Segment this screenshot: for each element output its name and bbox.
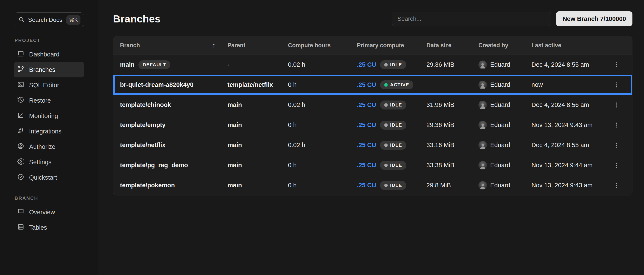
kebab-menu-icon [613,101,620,109]
column-header-primary-compute: Primary compute [357,42,426,49]
table-row[interactable]: template/chinook main 0.02 h .25 CU IDLE… [113,95,632,115]
primary-compute-cell: .25 CU ACTIVE [357,80,426,89]
compute-state-badge: IDLE [380,141,406,150]
row-menu-button[interactable] [611,80,622,90]
created-by-name: Eduard [490,61,510,68]
table-row[interactable]: br-quiet-dream-a820k4y0 template/netflix… [113,75,632,95]
overview-icon [17,208,24,217]
table-row[interactable]: template/empty main 0 h .25 CU IDLE 29.3… [113,115,632,135]
compute-units-link[interactable]: .25 CU [357,61,376,68]
branch-cell: template/chinook [120,101,228,108]
column-header-branch[interactable]: Branch ↑ [120,42,228,49]
row-menu-button[interactable] [611,60,622,70]
sidebar-item-sql-editor[interactable]: SQL Editor [14,77,84,93]
last-active-value: Dec 4, 2024 8:55 am [532,142,602,149]
dashboard-icon [17,50,24,59]
compute-state-badge: IDLE [380,161,406,170]
row-actions-cell [602,160,627,170]
compute-hours-value: 0 h [288,121,357,129]
table-row[interactable]: template/pg_rag_demo main 0 h .25 CU IDL… [113,155,632,175]
created-by-name: Eduard [490,182,510,189]
data-size-value: 33.38 MiB [426,162,478,169]
branch-search-input[interactable] [392,12,551,26]
last-active-value: Nov 13, 2024 9:44 am [532,162,602,169]
sidebar-item-monitoring[interactable]: Monitoring [14,108,84,124]
search-docs-button[interactable]: Search Docs ⌘K [14,12,84,27]
sidebar-item-authorize[interactable]: Authorize [14,139,84,154]
sidebar-item-dashboard[interactable]: Dashboard [14,47,84,62]
row-menu-button[interactable] [611,100,622,110]
row-menu-button[interactable] [611,180,622,191]
compute-state-badge: IDLE [380,181,406,190]
primary-compute-cell: .25 CU IDLE [357,181,426,190]
status-dot-icon [384,164,388,167]
compute-units-link[interactable]: .25 CU [357,81,376,88]
sidebar-item-label: Quickstart [29,174,57,181]
sidebar-item-label: Branches [29,66,56,73]
column-header-compute-hours: Compute hours [288,42,357,49]
sidebar-item-integrations[interactable]: Integrations [14,124,84,139]
branch-name: template/netflix [120,142,166,149]
sidebar-item-settings[interactable]: Settings [14,154,84,170]
status-dot-icon [384,143,388,147]
row-menu-button[interactable] [611,140,622,150]
sidebar-item-quickstart[interactable]: Quickstart [14,170,84,185]
table-row[interactable]: main DEFAULT - 0.02 h .25 CU IDLE 29.36 … [113,54,632,75]
table-header-row: Branch ↑ Parent Compute hours Primary co… [113,36,632,54]
created-by-cell: Eduard [478,101,532,109]
sidebar-item-overview[interactable]: Overview [14,204,84,220]
search-icon [18,16,24,23]
compute-units-link[interactable]: .25 CU [357,162,376,169]
sidebar-item-tables[interactable]: Tables [14,220,84,235]
compute-state-label: IDLE [390,102,402,108]
kebab-menu-icon [613,61,620,68]
primary-compute-cell: .25 CU IDLE [357,60,426,69]
compute-state-label: IDLE [390,163,402,168]
authorize-user-icon [17,142,24,151]
parent-branch: template/netflix [228,81,288,88]
branch-cell: template/pg_rag_demo [120,162,228,169]
compute-units-link[interactable]: .25 CU [357,121,376,129]
created-by-cell: Eduard [478,81,532,89]
table-body: main DEFAULT - 0.02 h .25 CU IDLE 29.36 … [113,54,632,195]
main-content: Branches New Branch 7/100000 Branch ↑ Pa… [98,0,644,275]
compute-state-label: IDLE [390,122,402,128]
kebab-menu-icon [613,142,620,149]
primary-compute-cell: .25 CU IDLE [357,100,426,109]
column-header-created-by: Created by [478,42,532,49]
created-by-name: Eduard [490,162,510,169]
compute-units-link[interactable]: .25 CU [357,142,376,149]
sidebar-item-restore[interactable]: Restore [14,93,84,108]
table-row[interactable]: template/netflix main 0.02 h .25 CU IDLE… [113,135,632,155]
compute-units-link[interactable]: .25 CU [357,182,376,189]
column-header-parent: Parent [228,42,288,49]
table-row[interactable]: template/pokemon main 0 h .25 CU IDLE 29… [113,175,632,195]
row-actions-cell [602,120,627,130]
branch-name: template/pokemon [120,182,175,189]
last-active-value: Nov 13, 2024 9:43 am [532,121,602,129]
column-header-data-size: Data size [426,42,478,49]
compute-state-label: ACTIVE [390,82,409,88]
row-actions-cell [602,140,627,150]
created-by-name: Eduard [490,142,510,149]
branches-table: Branch ↑ Parent Compute hours Primary co… [113,36,632,196]
avatar [478,181,487,190]
new-branch-button[interactable]: New Branch 7/100000 [556,11,632,26]
sort-ascending-icon: ↑ [212,42,216,49]
compute-hours-value: 0.02 h [288,101,357,108]
branch-name: br-quiet-dream-a820k4y0 [120,81,194,88]
row-menu-button[interactable] [611,160,622,170]
restore-history-icon [17,96,24,105]
primary-compute-cell: .25 CU IDLE [357,161,426,170]
status-dot-icon [384,63,388,66]
sidebar-item-label: Restore [29,97,51,104]
sidebar-item-branches[interactable]: Branches [14,62,84,77]
compute-units-link[interactable]: .25 CU [357,101,376,108]
row-menu-button[interactable] [611,120,622,130]
tables-icon [17,223,24,232]
sidebar-section-project: PROJECT [14,38,84,43]
toolbar: New Branch 7/100000 [392,11,632,26]
last-active-value: now [532,81,602,88]
branch-name: template/pg_rag_demo [120,162,188,169]
sidebar-item-label: Overview [29,209,55,216]
